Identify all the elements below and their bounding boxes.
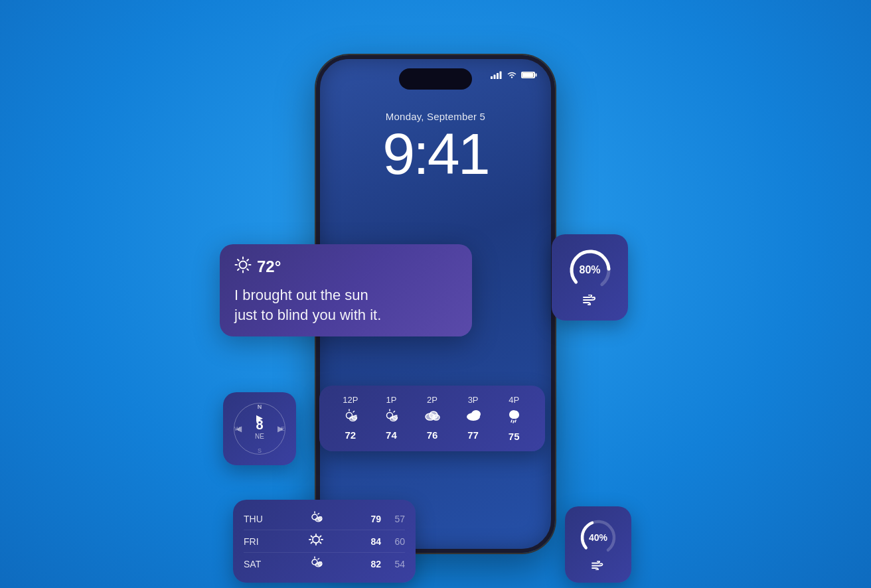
- daily-forecast-widget[interactable]: THU 79 57 FRI: [233, 500, 416, 583]
- daily-temps-sat: 82 54: [364, 559, 405, 569]
- svg-line-48: [319, 542, 321, 544]
- daily-icon-fri: [307, 534, 325, 549]
- compass-left-indicator: ◀: [236, 424, 242, 433]
- hourly-icon-1: [383, 409, 399, 425]
- hourly-temp-1: 74: [386, 429, 397, 441]
- daily-temps-fri: 84 60: [364, 536, 405, 547]
- svg-line-14: [247, 269, 248, 270]
- hourly-col-4: 4P 75: [497, 395, 531, 442]
- humidity-widget[interactable]: 80%: [552, 234, 628, 321]
- svg-line-16: [238, 269, 239, 270]
- hourly-icon-2: [423, 409, 441, 425]
- hourly-time-0: 12P: [343, 395, 358, 405]
- daily-row-thu: THU 79 57: [244, 508, 405, 530]
- hourly-col-3: 3P 77: [456, 395, 491, 441]
- hourly-forecast-row: 12P 72: [330, 395, 534, 442]
- svg-point-8: [240, 261, 247, 269]
- compass-widget[interactable]: N S E W ▶ ◀ ▶ 8 NE: [223, 392, 296, 465]
- svg-point-30: [393, 416, 398, 420]
- wind-speed: 8: [256, 417, 263, 433]
- humidity-ring: 80%: [567, 247, 613, 293]
- hourly-col-1: 1P 74: [374, 395, 408, 441]
- hourly-temp-2: 76: [427, 429, 438, 441]
- svg-line-47: [311, 536, 312, 538]
- weather-temperature: 72°: [257, 257, 281, 276]
- compass-north-label: N: [258, 404, 262, 410]
- hourly-time-4: 4P: [509, 395, 519, 405]
- daily-day-fri: FRI: [244, 536, 268, 547]
- daily-high-sat: 82: [364, 559, 381, 569]
- svg-line-15: [247, 259, 248, 261]
- weather-notification-widget[interactable]: 72° I brought out the sun just to blind …: [220, 244, 472, 336]
- hourly-col-0: 12P 72: [333, 395, 368, 441]
- hourly-temp-4: 75: [509, 431, 520, 442]
- svg-point-35: [471, 410, 481, 418]
- weather-message: I brought out the sun just to blind you …: [234, 285, 457, 325]
- hourly-forecast-widget[interactable]: 12P 72: [319, 386, 545, 451]
- hourly-time-2: 2P: [427, 395, 437, 405]
- svg-line-21: [353, 411, 355, 413]
- svg-point-41: [318, 517, 322, 521]
- humidity-ring-small: 40%: [578, 517, 619, 558]
- svg-line-13: [238, 259, 239, 261]
- wind-direction: NE: [255, 433, 264, 440]
- svg-point-42: [313, 536, 319, 543]
- daily-low-fri: 60: [388, 536, 405, 547]
- daily-icon-sat: [307, 556, 325, 571]
- compass-south-label: S: [258, 447, 262, 454]
- daily-low-thu: 57: [388, 514, 405, 524]
- svg-point-24: [352, 416, 356, 420]
- daily-row-sat: SAT 82 54: [244, 553, 405, 575]
- phone-container: Monday, September 5 9:41: [263, 22, 608, 566]
- sun-icon: [234, 256, 252, 277]
- daily-high-fri: 84: [364, 536, 381, 547]
- daily-icon-thu: [307, 511, 325, 526]
- daily-row-fri: FRI 84 60: [244, 530, 405, 553]
- daily-day-thu: THU: [244, 514, 268, 524]
- humidity-percentage-small: 40%: [589, 532, 607, 543]
- hourly-icon-0: [343, 409, 358, 425]
- daily-day-sat: SAT: [244, 559, 268, 569]
- hourly-col-2: 2P 76: [415, 395, 449, 441]
- hourly-icon-4: [507, 409, 520, 427]
- hourly-time-1: 1P: [386, 395, 396, 405]
- svg-line-49: [319, 536, 321, 538]
- svg-point-56: [318, 562, 322, 566]
- svg-line-50: [311, 542, 312, 544]
- compass-display: N S E W ▶ ◀ ▶ 8 NE: [233, 402, 286, 455]
- daily-high-thu: 79: [364, 514, 381, 524]
- hourly-icon-3: [464, 409, 483, 425]
- widgets-area: 72° I brought out the sun just to blind …: [263, 22, 608, 566]
- daily-temps-thu: 79 57: [364, 514, 405, 524]
- humidity-percentage: 80%: [579, 264, 600, 276]
- weather-notif-header: 72°: [234, 256, 457, 277]
- hourly-time-3: 3P: [468, 395, 479, 405]
- hourly-temp-3: 77: [467, 429, 479, 441]
- svg-point-33: [433, 415, 439, 420]
- svg-line-53: [318, 559, 319, 559]
- compass-right-indicator: ▶: [277, 424, 283, 433]
- daily-low-sat: 54: [388, 559, 405, 569]
- svg-line-27: [394, 411, 395, 413]
- hourly-temp-0: 72: [345, 429, 356, 441]
- humidity-widget-small[interactable]: 40%: [565, 506, 631, 583]
- svg-line-38: [318, 514, 319, 514]
